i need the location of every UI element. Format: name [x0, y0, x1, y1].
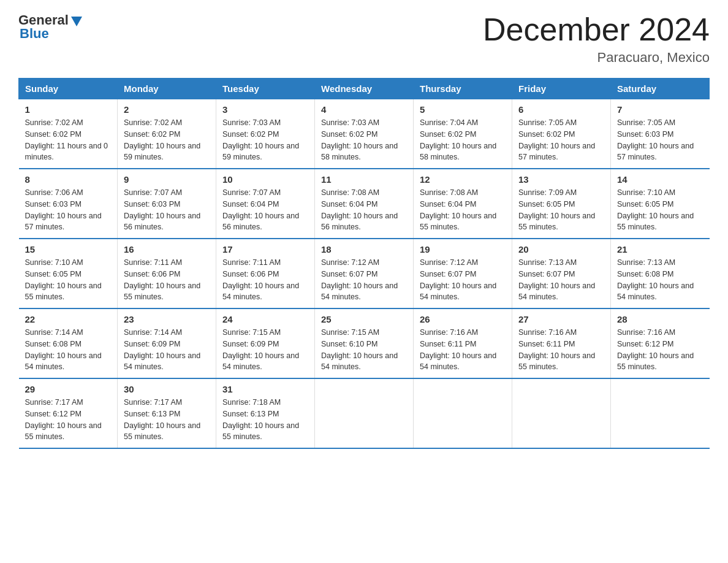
day-number: 25: [321, 314, 407, 324]
calendar-header-row: SundayMondayTuesdayWednesdayThursdayFrid…: [19, 79, 710, 99]
day-info: Sunrise: 7:14 AMSunset: 6:08 PMDaylight:…: [25, 328, 102, 371]
day-info: Sunrise: 7:16 AMSunset: 6:12 PMDaylight:…: [617, 328, 694, 371]
calendar-cell: [512, 378, 611, 448]
day-info: Sunrise: 7:10 AMSunset: 6:05 PMDaylight:…: [617, 188, 694, 231]
calendar-week-row: 15 Sunrise: 7:10 AMSunset: 6:05 PMDaylig…: [19, 239, 710, 308]
calendar-cell: 8 Sunrise: 7:06 AMSunset: 6:03 PMDayligh…: [19, 169, 118, 239]
calendar-cell: [611, 378, 710, 448]
day-info: Sunrise: 7:11 AMSunset: 6:06 PMDaylight:…: [222, 258, 299, 301]
calendar-cell: 10 Sunrise: 7:07 AMSunset: 6:04 PMDaylig…: [216, 169, 315, 239]
calendar-cell: 25 Sunrise: 7:15 AMSunset: 6:10 PMDaylig…: [315, 308, 414, 378]
day-number: 26: [420, 314, 506, 324]
logo-icon: General Blue: [18, 12, 83, 42]
day-info: Sunrise: 7:03 AMSunset: 6:02 PMDaylight:…: [321, 118, 398, 161]
calendar-week-row: 1 Sunrise: 7:02 AMSunset: 6:02 PMDayligh…: [19, 99, 710, 169]
calendar-cell: 14 Sunrise: 7:10 AMSunset: 6:05 PMDaylig…: [611, 169, 710, 239]
day-info: Sunrise: 7:02 AMSunset: 6:02 PMDaylight:…: [124, 118, 200, 161]
day-info: Sunrise: 7:16 AMSunset: 6:11 PMDaylight:…: [518, 328, 595, 371]
calendar-week-row: 8 Sunrise: 7:06 AMSunset: 6:03 PMDayligh…: [19, 169, 710, 239]
calendar-cell: 17 Sunrise: 7:11 AMSunset: 6:06 PMDaylig…: [216, 239, 315, 308]
calendar-cell: 22 Sunrise: 7:14 AMSunset: 6:08 PMDaylig…: [19, 308, 118, 378]
day-info: Sunrise: 7:13 AMSunset: 6:08 PMDaylight:…: [617, 258, 694, 301]
day-info: Sunrise: 7:12 AMSunset: 6:07 PMDaylight:…: [420, 258, 496, 301]
calendar-cell: 2 Sunrise: 7:02 AMSunset: 6:02 PMDayligh…: [118, 99, 216, 169]
calendar-header-thursday: Thursday: [414, 79, 512, 99]
day-info: Sunrise: 7:05 AMSunset: 6:03 PMDaylight:…: [617, 118, 694, 161]
day-info: Sunrise: 7:02 AMSunset: 6:02 PMDaylight:…: [25, 118, 108, 161]
calendar-cell: 4 Sunrise: 7:03 AMSunset: 6:02 PMDayligh…: [315, 99, 414, 169]
page-header: General Blue December 2024 Paracuaro, Me…: [18, 12, 710, 66]
calendar-cell: 20 Sunrise: 7:13 AMSunset: 6:07 PMDaylig…: [512, 239, 611, 308]
calendar-cell: 31 Sunrise: 7:18 AMSunset: 6:13 PMDaylig…: [216, 378, 315, 448]
day-number: 22: [25, 314, 112, 324]
day-number: 20: [518, 244, 604, 255]
calendar-cell: 7 Sunrise: 7:05 AMSunset: 6:03 PMDayligh…: [611, 99, 710, 169]
calendar-cell: 5 Sunrise: 7:04 AMSunset: 6:02 PMDayligh…: [414, 99, 512, 169]
calendar-cell: 6 Sunrise: 7:05 AMSunset: 6:02 PMDayligh…: [512, 99, 611, 169]
day-info: Sunrise: 7:03 AMSunset: 6:02 PMDaylight:…: [222, 118, 299, 161]
page-subtitle: Paracuaro, Mexico: [483, 50, 710, 66]
day-info: Sunrise: 7:04 AMSunset: 6:02 PMDaylight:…: [420, 118, 496, 161]
logo-arrow-icon: [70, 14, 83, 28]
day-number: 18: [321, 244, 407, 255]
calendar-cell: 16 Sunrise: 7:11 AMSunset: 6:06 PMDaylig…: [118, 239, 216, 308]
day-number: 3: [222, 104, 308, 115]
calendar-header-tuesday: Tuesday: [216, 79, 315, 99]
day-number: 1: [25, 104, 112, 115]
calendar-header-saturday: Saturday: [611, 79, 710, 99]
page-title: December 2024: [483, 12, 710, 47]
day-info: Sunrise: 7:05 AMSunset: 6:02 PMDaylight:…: [518, 118, 595, 161]
day-number: 19: [420, 244, 506, 255]
day-number: 23: [124, 314, 210, 324]
calendar-cell: 24 Sunrise: 7:15 AMSunset: 6:09 PMDaylig…: [216, 308, 315, 378]
day-number: 21: [617, 244, 703, 255]
day-info: Sunrise: 7:10 AMSunset: 6:05 PMDaylight:…: [25, 258, 102, 301]
calendar-week-row: 22 Sunrise: 7:14 AMSunset: 6:08 PMDaylig…: [19, 308, 710, 378]
day-info: Sunrise: 7:08 AMSunset: 6:04 PMDaylight:…: [420, 188, 496, 231]
day-number: 4: [321, 104, 407, 115]
calendar-cell: 28 Sunrise: 7:16 AMSunset: 6:12 PMDaylig…: [611, 308, 710, 378]
day-number: 5: [420, 104, 506, 115]
day-number: 17: [222, 244, 308, 255]
calendar-cell: 26 Sunrise: 7:16 AMSunset: 6:11 PMDaylig…: [414, 308, 512, 378]
day-info: Sunrise: 7:17 AMSunset: 6:12 PMDaylight:…: [25, 398, 102, 441]
day-info: Sunrise: 7:15 AMSunset: 6:10 PMDaylight:…: [321, 328, 398, 371]
day-number: 30: [124, 384, 210, 394]
calendar-cell: 21 Sunrise: 7:13 AMSunset: 6:08 PMDaylig…: [611, 239, 710, 308]
svg-marker-0: [71, 17, 82, 26]
day-info: Sunrise: 7:07 AMSunset: 6:03 PMDaylight:…: [124, 188, 200, 231]
day-number: 11: [321, 174, 407, 185]
calendar-header-sunday: Sunday: [19, 79, 118, 99]
calendar-cell: 1 Sunrise: 7:02 AMSunset: 6:02 PMDayligh…: [19, 99, 118, 169]
day-number: 10: [222, 174, 308, 185]
calendar-cell: 13 Sunrise: 7:09 AMSunset: 6:05 PMDaylig…: [512, 169, 611, 239]
day-info: Sunrise: 7:14 AMSunset: 6:09 PMDaylight:…: [124, 328, 200, 371]
day-info: Sunrise: 7:11 AMSunset: 6:06 PMDaylight:…: [124, 258, 200, 301]
day-info: Sunrise: 7:13 AMSunset: 6:07 PMDaylight:…: [518, 258, 595, 301]
day-info: Sunrise: 7:09 AMSunset: 6:05 PMDaylight:…: [518, 188, 595, 231]
day-number: 2: [124, 104, 210, 115]
calendar-cell: [414, 378, 512, 448]
day-number: 16: [124, 244, 210, 255]
calendar-cell: 3 Sunrise: 7:03 AMSunset: 6:02 PMDayligh…: [216, 99, 315, 169]
day-number: 28: [617, 314, 703, 324]
day-number: 13: [518, 174, 604, 185]
day-info: Sunrise: 7:18 AMSunset: 6:13 PMDaylight:…: [222, 398, 299, 441]
calendar-cell: 15 Sunrise: 7:10 AMSunset: 6:05 PMDaylig…: [19, 239, 118, 308]
day-number: 24: [222, 314, 308, 324]
calendar-cell: 23 Sunrise: 7:14 AMSunset: 6:09 PMDaylig…: [118, 308, 216, 378]
day-number: 6: [518, 104, 604, 115]
day-info: Sunrise: 7:07 AMSunset: 6:04 PMDaylight:…: [222, 188, 299, 231]
day-info: Sunrise: 7:06 AMSunset: 6:03 PMDaylight:…: [25, 188, 102, 231]
calendar-cell: 27 Sunrise: 7:16 AMSunset: 6:11 PMDaylig…: [512, 308, 611, 378]
title-block: December 2024 Paracuaro, Mexico: [483, 12, 710, 66]
calendar-header-wednesday: Wednesday: [315, 79, 414, 99]
calendar-week-row: 29 Sunrise: 7:17 AMSunset: 6:12 PMDaylig…: [19, 378, 710, 448]
day-number: 9: [124, 174, 210, 185]
day-number: 12: [420, 174, 506, 185]
calendar-cell: 11 Sunrise: 7:08 AMSunset: 6:04 PMDaylig…: [315, 169, 414, 239]
day-info: Sunrise: 7:16 AMSunset: 6:11 PMDaylight:…: [420, 328, 496, 371]
day-number: 7: [617, 104, 703, 115]
calendar-cell: 18 Sunrise: 7:12 AMSunset: 6:07 PMDaylig…: [315, 239, 414, 308]
calendar-cell: 29 Sunrise: 7:17 AMSunset: 6:12 PMDaylig…: [19, 378, 118, 448]
